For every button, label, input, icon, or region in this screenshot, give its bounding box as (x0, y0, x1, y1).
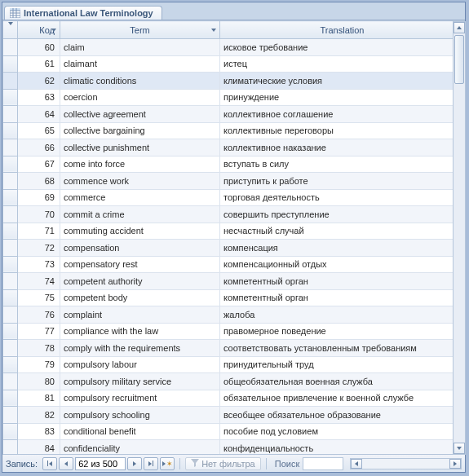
cell-term[interactable]: compensatory rest (60, 256, 220, 273)
tab-international-law[interactable]: International Law Terminology (4, 6, 162, 20)
cell-code[interactable]: 65 (18, 122, 60, 139)
cell-translation[interactable]: соответствовать установленным требования… (220, 340, 465, 357)
table-row[interactable]: 66collective punishmentколлективное нака… (3, 139, 465, 156)
row-selector[interactable] (3, 240, 18, 257)
cell-translation[interactable]: компенсация (220, 240, 465, 257)
cell-translation[interactable]: коллективное наказание (220, 139, 465, 156)
row-selector[interactable] (3, 156, 18, 173)
row-selector[interactable] (3, 73, 18, 90)
cell-term[interactable]: commerce (60, 189, 220, 206)
search-input[interactable] (303, 457, 343, 470)
cell-term[interactable]: climatic conditions (60, 73, 220, 90)
data-grid[interactable]: Код Term Translation 60claimисковое треб… (2, 20, 465, 454)
cell-translation[interactable]: конфиденциальность (220, 440, 465, 455)
cell-translation[interactable]: несчастный случай (220, 223, 465, 240)
cell-code[interactable]: 83 (18, 423, 60, 440)
row-selector[interactable] (3, 173, 18, 190)
cell-translation[interactable]: торговая деятельность (220, 189, 465, 206)
table-row[interactable]: 65collective bargainingколлективные пере… (3, 122, 465, 139)
cell-translation[interactable]: совершить преступление (220, 206, 465, 223)
scroll-right-button[interactable] (449, 459, 461, 469)
table-row[interactable]: 78comply with the requirementsсоответств… (3, 340, 465, 357)
scroll-down-button[interactable] (454, 443, 465, 454)
table-row[interactable]: 81compulsory recruitmentобязательное при… (3, 390, 465, 407)
cell-term[interactable]: commuting accident (60, 223, 220, 240)
table-row[interactable]: 60claimисковое требование (3, 39, 465, 56)
table-row[interactable]: 73compensatory restкомпенсационный отдых (3, 256, 465, 273)
column-header-term[interactable]: Term (60, 21, 220, 39)
cell-translation[interactable]: всеобщее обязательное образование (220, 407, 465, 424)
row-selector[interactable] (3, 273, 18, 290)
table-row[interactable]: 71commuting accidentнесчастный случай (3, 223, 465, 240)
scroll-track[interactable] (362, 459, 449, 469)
row-selector[interactable] (3, 189, 18, 206)
cell-translation[interactable]: общеобязательная военная служба (220, 373, 465, 390)
chevron-down-icon[interactable] (51, 29, 56, 32)
cell-term[interactable]: collective punishment (60, 139, 220, 156)
cell-code[interactable]: 68 (18, 173, 60, 190)
table-row[interactable]: 74competent authorityкомпетентный орган (3, 273, 465, 290)
cell-code[interactable]: 82 (18, 407, 60, 424)
row-selector[interactable] (3, 206, 18, 223)
cell-code[interactable]: 66 (18, 139, 60, 156)
cell-translation[interactable]: коллективные переговоры (220, 122, 465, 139)
cell-term[interactable]: compulsory military service (60, 373, 220, 390)
cell-translation[interactable]: правомерное поведение (220, 323, 465, 340)
row-selector[interactable] (3, 390, 18, 407)
column-header-code[interactable]: Код (18, 21, 60, 39)
first-record-button[interactable] (42, 457, 57, 470)
cell-code[interactable]: 72 (18, 240, 60, 257)
table-row[interactable]: 80compulsory military serviceобщеобязате… (3, 373, 465, 390)
cell-term[interactable]: confidenciality (60, 440, 220, 455)
cell-code[interactable]: 71 (18, 223, 60, 240)
cell-code[interactable]: 61 (18, 55, 60, 73)
scroll-track[interactable] (454, 86, 465, 443)
table-row[interactable]: 70commit a crimeсовершить преступление (3, 206, 465, 223)
scroll-thumb[interactable] (454, 35, 464, 84)
cell-translation[interactable]: обязательное привлечение к военной служб… (220, 390, 465, 407)
row-selector[interactable] (3, 39, 18, 56)
table-row[interactable]: 64collective agreementколлективное согла… (3, 106, 465, 123)
next-record-button[interactable] (127, 457, 142, 470)
cell-code[interactable]: 74 (18, 273, 60, 290)
cell-code[interactable]: 80 (18, 373, 60, 390)
last-record-button[interactable] (144, 457, 158, 470)
table-row[interactable]: 84confidencialityконфиденциальность (3, 440, 465, 455)
vertical-scrollbar[interactable] (453, 21, 466, 455)
row-selector[interactable] (3, 223, 18, 240)
row-selector[interactable] (3, 289, 18, 306)
cell-code[interactable]: 70 (18, 206, 60, 223)
cell-code[interactable]: 67 (18, 156, 60, 173)
row-selector[interactable] (3, 323, 18, 340)
cell-term[interactable]: comply with the requirements (60, 340, 220, 357)
cell-translation[interactable]: исковое требование (220, 39, 465, 56)
table-row[interactable]: 62climatic conditionsклиматические услов… (3, 73, 465, 90)
scroll-up-button[interactable] (454, 22, 465, 33)
cell-term[interactable]: complaint (60, 306, 220, 324)
cell-code[interactable]: 77 (18, 323, 60, 340)
cell-code[interactable]: 79 (18, 356, 60, 373)
row-selector[interactable] (3, 373, 18, 390)
cell-translation[interactable]: принудительный труд (220, 356, 465, 373)
cell-term[interactable]: competent body (60, 289, 220, 306)
cell-translation[interactable]: компетентный орган (220, 273, 465, 290)
cell-code[interactable]: 78 (18, 340, 60, 357)
cell-code[interactable]: 76 (18, 306, 60, 324)
cell-term[interactable]: come into force (60, 156, 220, 173)
cell-term[interactable]: claimant (60, 55, 220, 73)
cell-code[interactable]: 84 (18, 440, 60, 455)
cell-term[interactable]: compulsory recruitment (60, 390, 220, 407)
select-all-header[interactable] (3, 21, 18, 39)
cell-code[interactable]: 81 (18, 390, 60, 407)
cell-term[interactable]: conditional benefit (60, 423, 220, 440)
cell-term[interactable]: commit a crime (60, 206, 220, 223)
row-selector[interactable] (3, 122, 18, 139)
cell-code[interactable]: 64 (18, 106, 60, 123)
table-row[interactable]: 82compulsory schoolingвсеобщее обязатель… (3, 407, 465, 424)
table-row[interactable]: 83conditional benefitпособие под условие… (3, 423, 465, 440)
cell-term[interactable]: competent authority (60, 273, 220, 290)
cell-term[interactable]: compulsory schooling (60, 407, 220, 424)
new-record-button[interactable]: ✶ (160, 457, 175, 470)
cell-code[interactable]: 73 (18, 256, 60, 273)
cell-term[interactable]: coercion (60, 89, 220, 106)
